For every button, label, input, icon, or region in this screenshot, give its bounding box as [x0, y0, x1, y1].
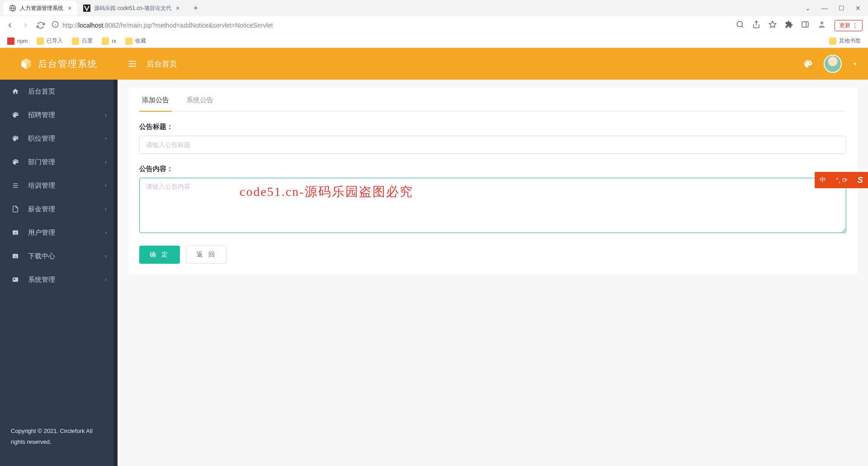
sidebar: 后台首页招聘管理›职位管理›部门管理›培训管理›薪金管理›JS用户管理›JS下载…: [0, 80, 118, 466]
new-tab-button[interactable]: +: [189, 4, 202, 13]
chevron-right-icon: ›: [105, 112, 107, 118]
ime-lang: 中: [820, 176, 826, 184]
js-icon: JS: [11, 229, 20, 236]
chevron-right-icon: ›: [105, 182, 107, 189]
folder-icon: [829, 38, 836, 45]
sidebar-item-label: 后台首页: [28, 87, 55, 96]
svg-rect-8: [802, 22, 808, 27]
star-icon[interactable]: [769, 20, 777, 30]
back-button[interactable]: 返 回: [186, 246, 227, 264]
forward-button: [21, 21, 30, 30]
sidebar-item-1[interactable]: 招聘管理›: [0, 103, 118, 127]
svg-text:JS: JS: [14, 255, 17, 258]
sidebar-item-label: 用户管理: [28, 228, 55, 237]
form-card: 添加公告 系统公告 公告标题： 公告内容： 确 定 返 回: [128, 88, 857, 275]
svg-point-5: [737, 21, 742, 27]
svg-text:JS: JS: [14, 232, 17, 234]
body-textarea[interactable]: [139, 178, 846, 233]
chevron-right-icon: ›: [105, 276, 107, 283]
extensions-icon[interactable]: [785, 20, 793, 30]
address-bar: http://localhost:8082/hr/main.jsp?method…: [0, 16, 868, 34]
sidebar-footer: Copyright © 2021. Circlefork All rights …: [0, 416, 118, 466]
back-button[interactable]: [5, 21, 14, 30]
sidebar-item-label: 部门管理: [28, 158, 55, 166]
sidebar-item-3[interactable]: 部门管理›: [0, 150, 118, 174]
palette-icon: [11, 158, 20, 166]
bookmark-favorites[interactable]: 收藏: [125, 37, 146, 45]
minimize-icon[interactable]: —: [821, 5, 828, 12]
browser-chrome: 人力资源管理系统 × 源码乐园 code51.cn-项目论文代 × + ⌄ — …: [0, 0, 868, 48]
update-button[interactable]: 更新⋮: [835, 20, 863, 31]
browser-tab-active[interactable]: 人力资源管理系统 ×: [4, 1, 77, 15]
card-icon: [11, 276, 20, 283]
chevron-down-icon[interactable]: ▼: [853, 62, 857, 67]
logo-text: 后台管理系统: [38, 58, 98, 70]
browser-tab-title: 源码乐园 code51.cn-项目论文代: [94, 5, 171, 12]
profile-icon[interactable]: [817, 20, 826, 31]
bookmark-imported[interactable]: 已导入: [37, 37, 63, 45]
share-icon[interactable]: [752, 20, 760, 30]
tab-system-notice[interactable]: 系统公告: [184, 88, 216, 111]
bookmark-npm[interactable]: npm: [7, 38, 28, 45]
sidebar-item-5[interactable]: 薪金管理›: [0, 197, 118, 221]
sidebar-item-2[interactable]: 职位管理›: [0, 127, 118, 150]
npm-icon: [7, 38, 14, 45]
sidebar-item-label: 下载中心: [28, 252, 55, 261]
page-title: 后台首页: [146, 59, 177, 69]
folder-icon: [72, 38, 79, 45]
folder-icon: [102, 38, 109, 45]
folder-icon: [37, 38, 44, 45]
chevron-right-icon: ›: [105, 135, 107, 142]
site-favicon-icon: [83, 5, 90, 12]
sidebar-item-label: 培训管理: [28, 181, 55, 190]
url-input[interactable]: http://localhost:8082/hr/main.jsp?method…: [52, 19, 730, 32]
sidebar-item-label: 系统管理: [28, 276, 55, 284]
svg-rect-21: [13, 277, 18, 281]
maximize-icon[interactable]: ☐: [839, 5, 844, 12]
browser-tab[interactable]: 源码乐园 code51.cn-项目论文代 ×: [78, 1, 185, 15]
bookmarks-bar: npm 已导入 百度 rx 收藏 其他书签: [0, 34, 868, 48]
chevron-right-icon: ›: [105, 253, 107, 259]
zoom-icon[interactable]: [736, 20, 744, 30]
app-header: 后台管理系统 后台首页 ▼: [0, 48, 868, 80]
ime-widget[interactable]: 中 °, ⟳ S: [815, 172, 868, 188]
logo-area[interactable]: 后台管理系统: [0, 57, 118, 70]
bookmark-rx[interactable]: rx: [102, 38, 116, 45]
sidebar-item-label: 招聘管理: [28, 111, 55, 119]
avatar[interactable]: [824, 55, 842, 73]
file-icon: [11, 205, 20, 213]
tab-add-notice[interactable]: 添加公告: [139, 88, 172, 111]
bookmark-baidu[interactable]: 百度: [72, 37, 93, 45]
sogou-icon: S: [858, 176, 863, 185]
theme-icon[interactable]: [803, 59, 813, 69]
title-label: 公告标题：: [139, 123, 846, 131]
menu-toggle-button[interactable]: [127, 59, 137, 69]
svg-marker-7: [769, 21, 776, 28]
sidebar-item-7[interactable]: JS下载中心›: [0, 244, 118, 268]
body-label: 公告内容：: [139, 165, 846, 173]
close-icon[interactable]: ×: [68, 5, 71, 12]
title-input[interactable]: [139, 136, 846, 154]
svg-point-10: [821, 21, 824, 24]
sidebar-item-8[interactable]: 系统管理›: [0, 268, 118, 291]
svg-line-6: [741, 26, 743, 27]
sidebar-item-6[interactable]: JS用户管理›: [0, 221, 118, 244]
chevron-right-icon: ›: [105, 229, 107, 236]
close-window-icon[interactable]: ✕: [855, 5, 861, 12]
list-icon: [11, 182, 20, 189]
sidebar-item-0[interactable]: 后台首页: [0, 80, 118, 103]
chevron-down-icon[interactable]: ⌄: [805, 5, 811, 12]
chevron-right-icon: ›: [105, 206, 107, 212]
app-root: 后台管理系统 后台首页 ▼ 后台首页招聘管理›职位管理›部门管理›培训管理›薪金…: [0, 48, 868, 466]
palette-icon: [11, 111, 20, 119]
notice-form: 公告标题： 公告内容： 确 定 返 回: [139, 112, 846, 264]
close-icon[interactable]: ×: [176, 5, 179, 12]
confirm-button[interactable]: 确 定: [139, 246, 180, 264]
other-bookmarks[interactable]: 其他书签: [829, 37, 861, 45]
side-panel-icon[interactable]: [801, 20, 809, 30]
sidebar-item-4[interactable]: 培训管理›: [0, 174, 118, 197]
svg-rect-22: [14, 278, 15, 280]
info-icon[interactable]: [52, 21, 59, 30]
tabs: 添加公告 系统公告: [139, 88, 846, 112]
reload-button[interactable]: [36, 21, 45, 30]
